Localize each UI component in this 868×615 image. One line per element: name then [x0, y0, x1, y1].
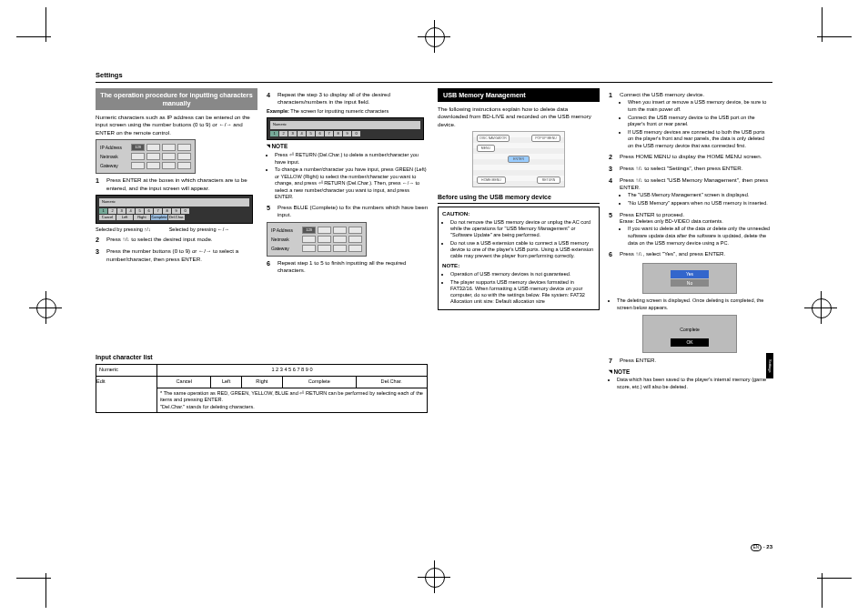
- info-text: The deleting screen is displayed. Once d…: [617, 297, 771, 311]
- ip-cell: [348, 236, 362, 243]
- note-heading: NOTE: [267, 143, 429, 151]
- registration-mark: [425, 568, 445, 588]
- dialog-btn: OK: [671, 338, 709, 347]
- input-char-table: Numeric 1 2 3 4 5 6 7 8 9 0 Edit Cancel …: [96, 364, 428, 413]
- remote-btn: ENTER: [508, 156, 530, 163]
- ip-cell: [318, 245, 331, 252]
- kb-key: 4: [298, 131, 306, 136]
- step-number: 5: [609, 211, 616, 248]
- remote-figure: DISC NAVIGATOR POPUP MENU MENU ENTER HOM…: [472, 131, 565, 187]
- registration-mark: [36, 298, 56, 318]
- ip-cell: [146, 153, 160, 160]
- step-text: Repeat step 1 to 5 to finish inputting a…: [278, 259, 429, 275]
- note-item: Press ⏎ RETURN (Del.Char.) to delete a n…: [275, 152, 429, 166]
- kb-key: 5: [307, 131, 315, 136]
- substep: "No USB Memory" appears when no USB memo…: [628, 200, 771, 207]
- complete-figure: Complete OK: [642, 315, 737, 353]
- step-text: Press ENTER to proceed.: [620, 211, 684, 217]
- ip-cell: [146, 162, 160, 169]
- table-cell: Complete: [283, 376, 356, 388]
- column-4: 1 Connect the USB memory device. When yo…: [609, 88, 771, 391]
- ip-row-label: Netmask: [100, 154, 129, 159]
- table-cell: Cancel: [157, 376, 211, 388]
- step-text: Press BLUE (Complete) to fix the numbers…: [278, 204, 429, 219]
- kb-key: 9: [172, 208, 180, 214]
- ip-row-label: IP Address: [100, 145, 129, 150]
- ip-row-label: IP Address: [271, 227, 300, 233]
- kb-key: 4: [126, 208, 135, 214]
- ip-cell: [177, 153, 191, 160]
- step-number: 2: [609, 153, 616, 162]
- dialog-text: Complete: [649, 327, 731, 333]
- section-title: USB Memory Management: [438, 88, 600, 102]
- ip-cell: [348, 227, 362, 234]
- kb-key: 8: [334, 131, 342, 136]
- substep: If USB memory devices are connected to b…: [628, 129, 771, 150]
- step-text: Press ENTER.: [620, 357, 771, 366]
- page-number: 23: [766, 544, 772, 549]
- kb-key: 6: [145, 208, 153, 214]
- example-text: The screen for inputting numeric charact…: [290, 108, 389, 114]
- kb-key: 7: [154, 208, 162, 214]
- step-text: Press ↑/↓ to select "USB Memory Manageme…: [620, 176, 768, 190]
- note-item: Data which has been saved to the player'…: [617, 377, 771, 390]
- table-cell: Numeric: [96, 365, 157, 377]
- caution-item: Do not use a USB extension cable to conn…: [450, 240, 595, 260]
- step-text: Press ↑/↓, select "Yes", and press ENTER…: [620, 250, 771, 259]
- kb-key: 1: [270, 131, 278, 136]
- table-cell: 1 2 3 4 5 6 7 8 9 0: [157, 365, 428, 377]
- step-text: Press HOME MENU to display the HOME MENU…: [620, 153, 771, 162]
- ip-cell: [162, 153, 176, 160]
- column-2: 4Repeat the step 3 to display all of the…: [267, 88, 429, 391]
- confirm-figure: Yes No: [642, 263, 737, 295]
- ip-row-label: Netmask: [271, 237, 300, 242]
- ip-cell: 123: [131, 144, 145, 151]
- substep: The "USB Memory Management" screen is di…: [628, 192, 771, 199]
- kb-mode: Numeric: [270, 121, 420, 129]
- step-number: 1: [609, 91, 616, 150]
- step-text: Press the number buttons (0 to 9) or ←/→…: [106, 247, 257, 263]
- ip-entry-figure: IP Address 123 Netmask Gateway: [267, 222, 367, 257]
- crop-mark: [822, 573, 823, 608]
- note-item: To change a number/character you have in…: [275, 166, 429, 201]
- ip-cell: [177, 144, 191, 151]
- step-text: Connect the USB memory device.: [620, 91, 704, 97]
- kb-key: 3: [117, 208, 126, 214]
- kb-key: 6: [316, 131, 324, 136]
- ip-cell: [302, 236, 316, 243]
- column-3: USB Memory Management The following inst…: [438, 88, 600, 391]
- kb-key: Complete: [151, 215, 167, 220]
- table-heading: Input character list: [96, 353, 428, 361]
- kb-mode: Numeric: [99, 198, 249, 207]
- input-char-section: Input character list Numeric 1 2 3 4 5 6…: [96, 353, 428, 416]
- step-number: 3: [609, 165, 616, 174]
- subsection-heading: Before using the USB memory device: [438, 193, 600, 203]
- kb-key: 0: [352, 131, 360, 136]
- kb-key: 5: [136, 208, 144, 214]
- caution-heading: CAUTION:: [442, 210, 595, 217]
- lang-badge: EN: [751, 544, 762, 551]
- step-number: 6: [609, 250, 616, 259]
- crop-mark: [822, 7, 823, 42]
- ip-row-label: Gateway: [100, 163, 129, 168]
- kb-key: 2: [108, 208, 116, 214]
- step-text: Press ENTER at the boxes in which charac…: [106, 176, 257, 192]
- note-heading: NOTE: [609, 368, 771, 377]
- step-number: 4: [609, 176, 616, 208]
- table-cell: Left: [211, 376, 241, 388]
- substep: If you want to delete all of the data or…: [628, 226, 771, 247]
- ip-cell: [131, 162, 145, 169]
- registration-mark: [425, 27, 445, 47]
- ip-cell: [318, 227, 331, 234]
- step-text: Press ↑/↓ to select the desired input mo…: [106, 236, 257, 245]
- kb-key: 0: [181, 208, 189, 214]
- step-text: Repeat the step 3 to display all of the …: [278, 91, 429, 106]
- substep: Connect the USB memory device to the USB…: [628, 115, 771, 128]
- kb-key: Left: [116, 215, 133, 220]
- ip-cell: [162, 162, 176, 169]
- step-text: Press ↑/↓ to select "Settings", then pre…: [620, 165, 771, 174]
- kb-key: 3: [288, 131, 297, 136]
- section-header: Settings: [96, 71, 772, 83]
- remote-btn: RETURN: [537, 176, 560, 184]
- ip-cell: [333, 236, 347, 243]
